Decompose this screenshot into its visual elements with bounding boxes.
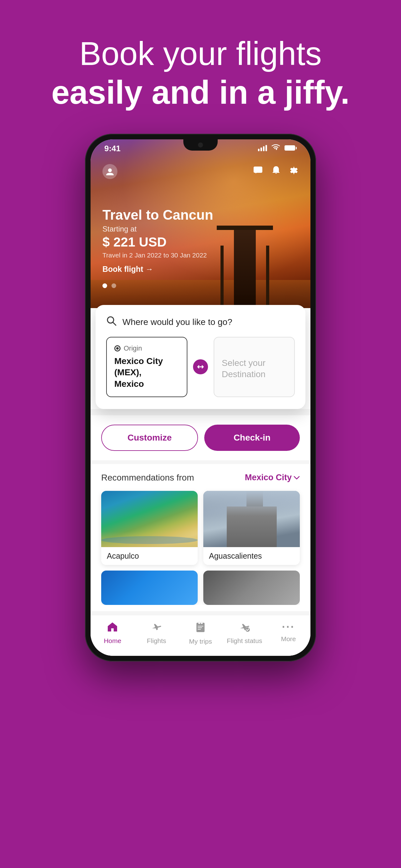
dot-active[interactable]: [102, 283, 107, 288]
wifi-icon: [271, 144, 280, 153]
origin-label: Origin: [114, 344, 179, 352]
banner-content: Travel to Cancun Starting at $ 221 USD T…: [102, 207, 213, 274]
rec-grid: Acapulco: [101, 491, 300, 565]
flightstatus-label: Flight status: [227, 637, 262, 645]
flightstatus-icon: [239, 621, 250, 634]
user-avatar[interactable]: [102, 164, 118, 179]
dest-value: Select your Destination: [222, 358, 287, 380]
hero-text-block: Book your flights easily and in a jiffy.: [0, 0, 401, 134]
search-placeholder[interactable]: Where would you like to go?: [123, 317, 232, 327]
notch: [183, 140, 218, 151]
svg-rect-6: [198, 621, 200, 624]
aguascalientes-label: Aguascalientes: [203, 547, 300, 565]
nav-item-more[interactable]: ··· More: [266, 621, 310, 645]
origin-value: Mexico City (MEX), Mexico: [114, 355, 179, 390]
nav-item-home[interactable]: Home: [91, 621, 135, 645]
customize-button[interactable]: Customize: [101, 425, 198, 451]
rec-header: Recommendations from Mexico City: [101, 473, 300, 483]
aguascalientes-image: [203, 491, 300, 547]
dest-icon-row: [222, 344, 287, 354]
status-icons: [258, 144, 297, 153]
origin-dest-row: Origin Mexico City (MEX), Mexico: [106, 337, 295, 397]
chat-icon[interactable]: [253, 166, 263, 177]
rec-partial-row: [101, 570, 300, 605]
city-selector[interactable]: Mexico City: [245, 473, 300, 483]
acapulco-image: [101, 491, 198, 547]
nav-item-mytrips[interactable]: My trips: [179, 621, 223, 645]
nav-item-flightstatus[interactable]: Flight status: [222, 621, 266, 645]
search-icon: [106, 316, 117, 329]
banner-dates: Travel in 2 Jan 2022 to 30 Jan 2022: [102, 251, 213, 259]
banner-starting-label: Starting at: [102, 225, 213, 234]
page-wrapper: Book your flights easily and in a jiffy.: [0, 0, 401, 686]
home-icon: [107, 621, 118, 634]
book-flight-link[interactable]: Book flight →: [102, 265, 213, 274]
more-label: More: [281, 635, 296, 643]
phone-frame: 9:41: [85, 134, 316, 661]
checkin-button[interactable]: Check-in: [204, 425, 300, 451]
acapulco-label: Acapulco: [101, 547, 198, 565]
destination-box[interactable]: Select your Destination: [213, 337, 295, 397]
time-display: 9:41: [104, 143, 121, 153]
search-bar[interactable]: Where would you like to go?: [106, 316, 295, 329]
banner-dots: [102, 283, 116, 288]
phone-wrapper: 9:41: [85, 134, 316, 661]
rec-card-partial-2[interactable]: [203, 570, 300, 605]
phone-body: Customize Check-in Recommendations from …: [91, 409, 310, 656]
rec-header-text: Recommendations from: [101, 473, 194, 483]
hero-line2: easily and in a jiffy.: [51, 74, 349, 111]
action-buttons: Customize Check-in: [91, 415, 310, 460]
recommendations-section: Recommendations from Mexico City: [91, 464, 310, 611]
nav-item-flights[interactable]: Flights: [135, 621, 179, 645]
app-top-bar: [91, 157, 310, 187]
search-card: Where would you like to go? Origin: [96, 305, 305, 409]
swap-button[interactable]: [192, 337, 209, 397]
svg-rect-10: [198, 629, 201, 629]
svg-line-4: [113, 322, 116, 325]
svg-rect-9: [198, 627, 202, 628]
dot-inactive[interactable]: [111, 283, 116, 288]
flights-icon: [151, 621, 162, 634]
hero-heading: Book your flights easily and in a jiffy.: [25, 34, 376, 112]
phone-screen: 9:41: [91, 140, 310, 656]
hero-line1: Book your flights: [79, 35, 322, 72]
mytrips-label: My trips: [189, 638, 212, 645]
battery-icon: [285, 145, 297, 151]
bell-icon[interactable]: [272, 165, 280, 177]
banner-title: Travel to Cancun: [102, 207, 213, 223]
pier: [204, 214, 286, 308]
more-icon: ···: [282, 621, 295, 633]
svg-point-0: [108, 168, 112, 172]
radio-icon: [114, 345, 121, 351]
bottom-nav: Home Flights: [91, 615, 310, 656]
gear-icon[interactable]: [289, 165, 299, 177]
signal-icon: [258, 145, 267, 151]
top-bar-actions: [253, 165, 299, 177]
flights-label: Flights: [147, 637, 166, 645]
rec-card-partial-1[interactable]: [101, 570, 198, 605]
rec-card-acapulco[interactable]: Acapulco: [101, 491, 198, 565]
home-label: Home: [104, 637, 121, 645]
mytrips-icon: [196, 621, 205, 635]
svg-rect-7: [201, 621, 203, 624]
banner-price: $ 221 USD: [102, 235, 213, 250]
rec-card-aguascalientes[interactable]: Aguascalientes: [203, 491, 300, 565]
svg-rect-8: [198, 626, 203, 626]
svg-rect-1: [254, 166, 262, 173]
hero-banner: 9:41: [91, 140, 310, 308]
notch-camera: [198, 143, 203, 148]
origin-box[interactable]: Origin Mexico City (MEX), Mexico: [106, 337, 188, 397]
